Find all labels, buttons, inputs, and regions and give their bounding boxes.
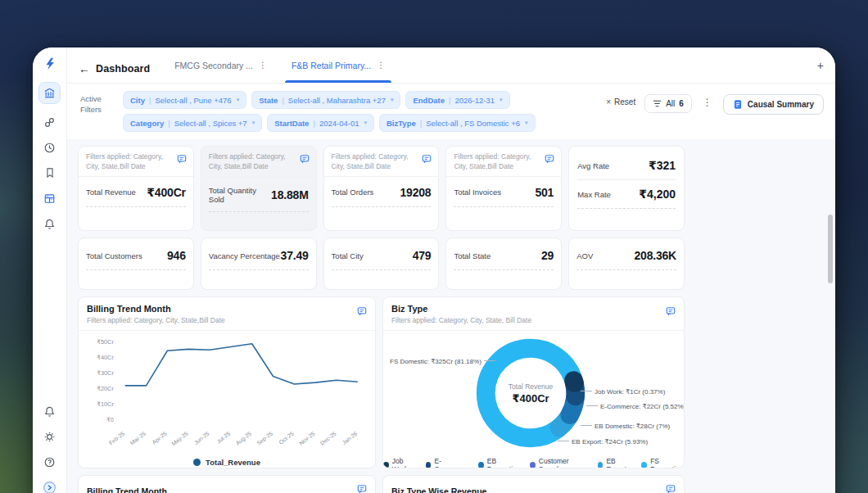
kpi-card-total-city[interactable]: Total City479: [323, 237, 440, 290]
back-arrow-icon[interactable]: ←: [79, 62, 90, 75]
legend-dot: [478, 462, 484, 468]
charts-row: Billing Trend Month Filters applied: Cat…: [78, 296, 685, 468]
tab-fb-retail-primary[interactable]: F&B Retail Primary... ⋮: [292, 54, 385, 83]
comment-icon[interactable]: [666, 482, 676, 493]
svg-text:Sep-25: Sep-25: [255, 431, 274, 447]
sidebar-item-alerts-icon[interactable]: [43, 216, 57, 231]
filter-chip-city[interactable]: City|Select-all , Pune +476▾: [123, 91, 246, 109]
kpi-label: Total City: [332, 251, 364, 260]
kpi-card-total-customers[interactable]: Total Customers946: [78, 237, 194, 290]
sidebar-item-reports-icon[interactable]: [43, 191, 57, 206]
chevron-down-icon[interactable]: ▾: [391, 97, 394, 103]
comment-icon[interactable]: [666, 305, 676, 319]
sidebar-help-icon[interactable]: [43, 455, 57, 469]
billing-trend-line-chart: ₹50Cr₹40Cr₹30Cr₹20Cr₹10Cr₹0Feb-25Mar-25A…: [82, 334, 372, 454]
kpi-card-total-state[interactable]: Total State29: [445, 237, 562, 290]
filter-chip-category[interactable]: Category|Select-all , Spices +7▾: [123, 114, 262, 132]
table-title: Billing Trend Month: [87, 486, 167, 493]
chevron-down-icon[interactable]: ▾: [252, 120, 255, 126]
callout-fs-domestic: FS Domestic: ₹325Cr (81.18%): [390, 358, 498, 365]
tab-fmcg-secondary[interactable]: FMCG Secondary ... ⋮: [174, 54, 267, 83]
svg-text:₹50Cr: ₹50Cr: [97, 338, 114, 346]
sidebar-item-bookmark-icon[interactable]: [43, 165, 57, 180]
chip-value: 2024-04-01: [319, 119, 359, 128]
chevron-down-icon[interactable]: ▾: [500, 97, 503, 103]
kpi-value: 19208: [400, 186, 431, 199]
all-filters-button[interactable]: All 6: [644, 94, 692, 113]
kpi-label: Total Quantity Sold: [209, 186, 271, 204]
filters-note: Filters applied: Category, City, State, …: [391, 316, 676, 324]
chart-title: Biz Type: [391, 304, 676, 314]
chip-name: City: [130, 96, 145, 105]
kpi-label: Max Rate: [577, 190, 611, 199]
sidebar-item-history-icon[interactable]: [43, 140, 57, 155]
leader-line: [581, 425, 592, 426]
legend-label: FS Domestic: [650, 457, 684, 468]
chip-value: Select-all , Spices +7: [174, 119, 247, 128]
tab-menu-icon[interactable]: ⋮: [259, 61, 267, 70]
chevron-down-icon[interactable]: ▾: [525, 120, 528, 126]
kpi-card-aov[interactable]: AOV208.36K: [568, 237, 685, 290]
kpi-card-total-revenue[interactable]: Filters applied: Category, City, State,B…: [78, 146, 194, 231]
filters-note: Filters applied: Category, City, State,B…: [86, 152, 170, 172]
filter-chip-state[interactable]: State|Select-all , Maharashtra +27▾: [251, 91, 400, 109]
legend-label: EB Export: [606, 457, 632, 468]
comment-icon[interactable]: [177, 152, 187, 172]
comment-icon[interactable]: [357, 305, 367, 319]
chip-value: Select-all , Maharashtra +27: [288, 96, 386, 105]
kpi-card-rates[interactable]: Avg Rate₹321 Max Rate₹4,200: [568, 146, 685, 231]
causal-summary-button[interactable]: Causal Summary: [723, 94, 824, 115]
chip-name: EndDate: [413, 96, 445, 105]
sidebar-settings-icon[interactable]: [43, 429, 57, 444]
comment-icon[interactable]: [545, 152, 554, 172]
legend-dot: [641, 462, 647, 468]
kpi-card-total-orders[interactable]: Filters applied: Category, City, State,B…: [323, 146, 440, 231]
legend-item: E-Commerce: [426, 457, 470, 468]
chip-separator: |: [149, 96, 151, 105]
sidebar-item-home-icon[interactable]: [38, 82, 61, 104]
kpi-label: AOV: [576, 251, 593, 260]
kpi-card-total-quantity-sold[interactable]: Filters applied: Category, City, State,B…: [201, 146, 317, 231]
filter-chip-startdate[interactable]: StartDate|2024-04-01▾: [267, 114, 374, 132]
sidebar-item-connections-icon[interactable]: [43, 115, 57, 129]
kpi-card-total-invoices[interactable]: Filters applied: Category, City, State,B…: [445, 146, 562, 231]
tab-menu-icon[interactable]: ⋮: [377, 61, 385, 70]
svg-text:Oct-25: Oct-25: [278, 430, 295, 445]
chevron-down-icon[interactable]: ▾: [364, 120, 367, 126]
close-icon: ×: [606, 97, 611, 106]
svg-text:Mar-25: Mar-25: [129, 430, 147, 446]
reset-filters-button[interactable]: ×Reset: [606, 94, 635, 106]
svg-text:Jun-25: Jun-25: [193, 430, 210, 446]
svg-text:₹0: ₹0: [106, 416, 114, 423]
add-tab-button[interactable]: +: [817, 59, 824, 79]
filter-chip-biztype[interactable]: BizType|Select-all , FS Domestic +6▾: [379, 114, 536, 132]
legend-item: Job Work: [383, 457, 417, 468]
kpi-card-vacancy-percentage[interactable]: Vacancy Percentage37.49: [201, 237, 317, 290]
filter-chip-enddate[interactable]: EndDate|2026-12-31▾: [405, 91, 509, 109]
sidebar-notifications-icon[interactable]: [43, 404, 57, 418]
chip-value: Select-all , Pune +476: [155, 96, 231, 105]
filter-bar: Active Filters City|Select-all , Pune +4…: [67, 84, 835, 139]
comment-icon[interactable]: [300, 152, 310, 172]
legend-item: EB Export: [598, 457, 633, 468]
biz-type-chart-card: Biz Type Filters applied: Category, City…: [382, 296, 685, 468]
sidebar-launch-icon[interactable]: [43, 480, 57, 493]
chevron-down-icon[interactable]: ▾: [237, 97, 240, 103]
kpi-value: ₹321: [649, 159, 676, 172]
more-options-icon[interactable]: ⋮: [701, 94, 714, 111]
chip-value: 2026-12-31: [454, 96, 495, 105]
comment-icon[interactable]: [422, 152, 432, 172]
legend-dot: [598, 462, 604, 468]
callout-e-commerce: E-Commerce: ₹22Cr (5.52%): [584, 403, 685, 410]
chip-name: Category: [130, 119, 164, 128]
filters-note: Filters applied: Category, City, State,B…: [454, 152, 537, 172]
callout-job-work: Job Work: ₹1Cr (0.37%): [578, 388, 665, 396]
comment-icon[interactable]: [357, 482, 367, 493]
vertical-scrollbar[interactable]: [828, 215, 833, 283]
leader-line: [586, 405, 598, 406]
app-window: ← Dashboard FMCG Secondary ... ⋮ F&B Ret…: [33, 47, 835, 493]
kpi-value: 479: [413, 249, 432, 262]
legend-dot: [383, 462, 389, 468]
svg-text:Jan-26: Jan-26: [341, 430, 359, 446]
dashboard-scroll-area[interactable]: Filters applied: Category, City, State,B…: [67, 139, 835, 493]
